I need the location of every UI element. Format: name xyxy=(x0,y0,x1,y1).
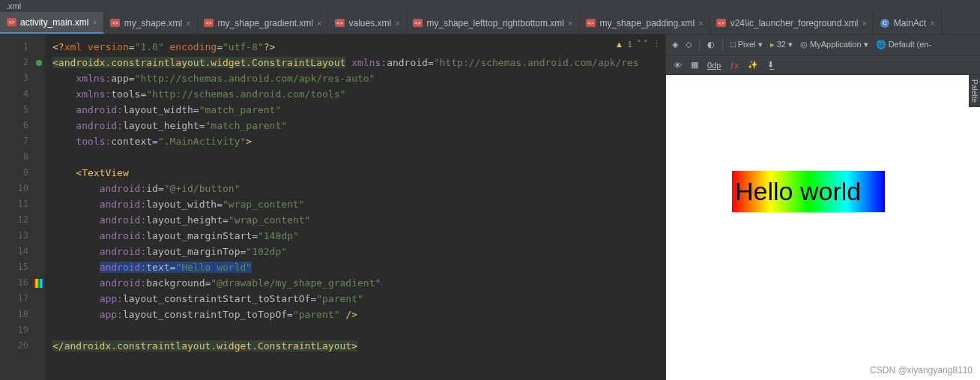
tab-my-shape-lefttop-rightbottom-xml[interactable]: <>my_shape_lefttop_rightbottom.xml× xyxy=(407,12,580,34)
line-number: 1 xyxy=(0,39,28,55)
code-line[interactable]: android:text="Hello world" xyxy=(52,259,665,275)
tab-label: my_shape_padding.xml xyxy=(599,18,695,28)
eye-icon[interactable]: 👁 xyxy=(674,61,682,70)
device-selector[interactable]: □ Pixel ▾ xyxy=(731,40,763,49)
wand-icon[interactable]: ✨ xyxy=(748,60,758,70)
gutter-blank xyxy=(33,149,45,165)
align-icon[interactable]: ⬇̲ xyxy=(767,60,774,70)
gutter-markers xyxy=(33,34,45,380)
tab-my-shape-gradient-xml[interactable]: <>my_shape_gradient.xml× xyxy=(198,12,329,34)
code-line[interactable]: <TextView xyxy=(52,165,665,181)
line-number: 7 xyxy=(0,133,28,149)
gutter-blank xyxy=(33,244,45,259)
line-number: 9 xyxy=(0,165,28,181)
editor-tabs: <>activity_main.xml×<>my_shape.xml×<>my_… xyxy=(0,12,980,34)
code-line[interactable]: <androidx.constraintlayout.widget.Constr… xyxy=(52,55,665,70)
xml-file-icon: <> xyxy=(585,18,596,28)
close-icon[interactable]: × xyxy=(698,19,703,28)
gutter-blank xyxy=(33,86,45,102)
code-line[interactable]: xmlns:app="http://schemas.android.com/ap… xyxy=(52,70,665,86)
gutter-blank xyxy=(33,322,45,338)
code-line[interactable]: xmlns:tools="http://schemas.android.com/… xyxy=(52,86,665,102)
line-number: 19 xyxy=(0,322,28,338)
code-line[interactable] xyxy=(52,149,665,165)
warning-count: 1 xyxy=(628,40,632,49)
line-number: 4 xyxy=(0,86,28,102)
code-line[interactable]: tools:context=".MainActivity"> xyxy=(52,133,665,149)
tab-my-shape-padding-xml[interactable]: <>my_shape_padding.xml× xyxy=(579,12,710,34)
tab-my-shape-xml[interactable]: <>my_shape.xml× xyxy=(104,12,198,34)
gutter-blank xyxy=(33,118,45,133)
code-editor[interactable]: 1234567891011121314151617181920 <?xml ve… xyxy=(0,34,665,380)
tab-values-xml[interactable]: <>values.xml× xyxy=(328,12,406,34)
tab-v24-ic-launcher-foreground-xml[interactable]: <>v24\ic_launcher_foreground.xml× xyxy=(710,12,874,34)
gutter-blank xyxy=(33,212,45,228)
line-number: 15 xyxy=(0,259,28,275)
code-line[interactable]: android:layout_height="match_parent" xyxy=(52,118,665,133)
theme-selector[interactable]: ◎ MyApplication ▾ xyxy=(800,40,868,49)
tab-label: v24\ic_launcher_foreground.xml xyxy=(731,18,859,28)
code-line[interactable]: android:layout_width="match_parent" xyxy=(52,102,665,118)
line-number: 3 xyxy=(0,70,28,86)
nav-arrows[interactable]: ˄ ˅ xyxy=(637,39,648,49)
close-icon[interactable]: × xyxy=(862,19,866,28)
night-mode-icon[interactable]: ◐ xyxy=(707,40,715,49)
line-number: 11 xyxy=(0,196,28,212)
code-area[interactable]: <?xml version="1.0" encoding="utf-8"?><a… xyxy=(45,34,665,380)
code-line[interactable]: android:layout_marginStart="148dp" xyxy=(52,228,665,244)
more-icon[interactable]: ⋮ xyxy=(653,39,661,49)
tab-label: MainAct xyxy=(894,18,926,28)
locale-selector[interactable]: 🌐 Default (en- xyxy=(876,40,932,49)
close-icon[interactable]: × xyxy=(930,19,934,28)
line-number: 2 xyxy=(0,55,28,70)
watermark: CSDN @xiyangyang8110 xyxy=(870,365,973,376)
code-line[interactable]: android:id="@+id/button" xyxy=(52,181,665,196)
fx-icon[interactable]: ƒx xyxy=(730,61,739,70)
line-number: 6 xyxy=(0,118,28,133)
gutter-blank xyxy=(33,70,45,86)
close-icon[interactable]: × xyxy=(317,19,321,28)
gutter-blank xyxy=(33,165,45,181)
code-line[interactable]: android:layout_height="wrap_content" xyxy=(52,212,665,228)
palette-tool-window[interactable]: Palette xyxy=(969,75,980,107)
close-icon[interactable]: × xyxy=(568,19,572,28)
gutter-blank xyxy=(33,133,45,149)
gutter-blank xyxy=(33,291,45,307)
tab-label: activity_main.xml xyxy=(20,17,88,28)
orientation-icon[interactable]: ◇ xyxy=(686,40,692,49)
color-gutter-icon xyxy=(33,275,45,291)
line-number: 13 xyxy=(0,228,28,244)
line-number: 20 xyxy=(0,338,28,354)
code-line[interactable]: android:layout_width="wrap_content" xyxy=(52,196,665,212)
tab-mainact[interactable]: CMainAct× xyxy=(874,12,942,34)
code-line[interactable]: app:layout_constraintStart_toStartOf="pa… xyxy=(52,291,665,307)
tab-label: my_shape_lefttop_rightbottom.xml xyxy=(427,18,564,28)
code-line[interactable]: android:background="@drawable/my_shape_g… xyxy=(52,275,665,291)
gutter-blank xyxy=(33,102,45,118)
textview-hello[interactable]: Hello world xyxy=(732,171,885,212)
design-surface-icon[interactable]: ◈ xyxy=(672,40,678,49)
code-line[interactable]: </androidx.constraintlayout.widget.Const… xyxy=(52,338,665,354)
grid-icon[interactable]: ▦ xyxy=(691,60,698,70)
tab-activity-main-xml[interactable]: <>activity_main.xml× xyxy=(0,12,104,34)
api-selector[interactable]: ▸ 32 ▾ xyxy=(770,40,793,49)
line-number: 18 xyxy=(0,307,28,322)
code-line[interactable]: app:layout_constraintTop_toTopOf="parent… xyxy=(52,307,665,322)
code-line[interactable]: android:layout_marginTop="102dp" xyxy=(52,244,665,259)
close-icon[interactable]: × xyxy=(92,18,97,27)
inspection-widget[interactable]: ▲ 1 ˄ ˅ ⋮ xyxy=(615,39,661,49)
close-icon[interactable]: × xyxy=(186,19,190,28)
design-canvas[interactable]: Palette Hello world CSDN @xiyangyang8110 xyxy=(666,75,980,380)
line-number: 10 xyxy=(0,181,28,196)
tab-label: my_shape_gradient.xml xyxy=(218,18,313,28)
tab-label: values.xml xyxy=(348,18,391,28)
code-line[interactable]: <?xml version="1.0" encoding="utf-8"?> xyxy=(52,39,665,55)
tab-label: my_shape.xml xyxy=(124,18,182,28)
zoom-level[interactable]: 0dp xyxy=(707,61,721,70)
xml-file-icon: <> xyxy=(334,18,345,28)
preview-toolbar-2: 👁 ▦ 0dp ƒx ✨ ⬇̲ xyxy=(666,55,980,75)
gutter-blank xyxy=(33,259,45,275)
line-number: 8 xyxy=(0,149,28,165)
code-line[interactable] xyxy=(52,322,665,338)
close-icon[interactable]: × xyxy=(395,19,399,28)
